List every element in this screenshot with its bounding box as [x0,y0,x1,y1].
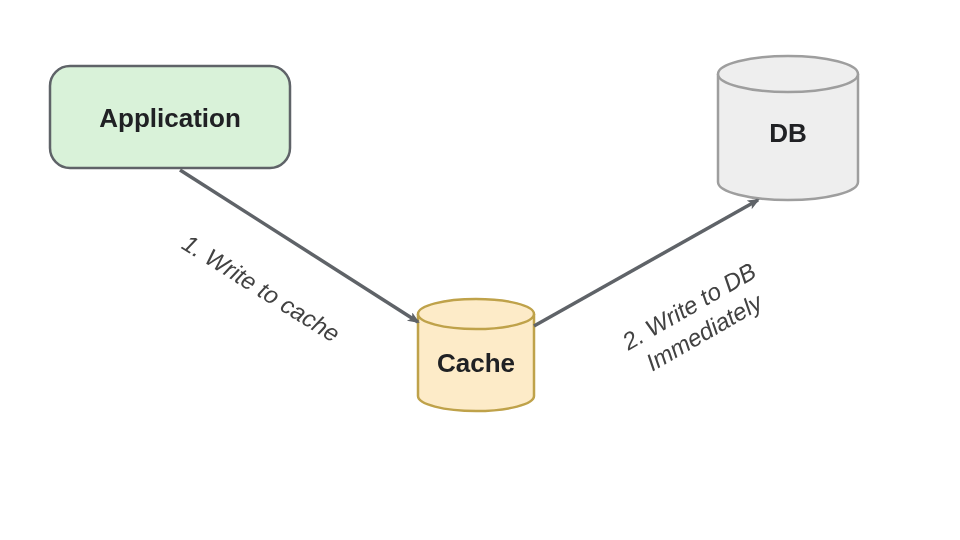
application-label: Application [99,103,241,133]
node-cache: Cache [418,299,534,411]
svg-point-2 [718,56,858,92]
label-write-to-cache: 1. Write to cache [178,229,345,347]
write-through-cache-diagram: Application Cache DB 1. Write to cache 2… [0,0,960,540]
label-write-to-db: 2. Write to DB Immediately [617,257,776,382]
node-application: Application [50,66,290,168]
cache-label: Cache [437,348,515,378]
node-db: DB [718,56,858,200]
svg-point-1 [418,299,534,329]
db-label: DB [769,118,807,148]
